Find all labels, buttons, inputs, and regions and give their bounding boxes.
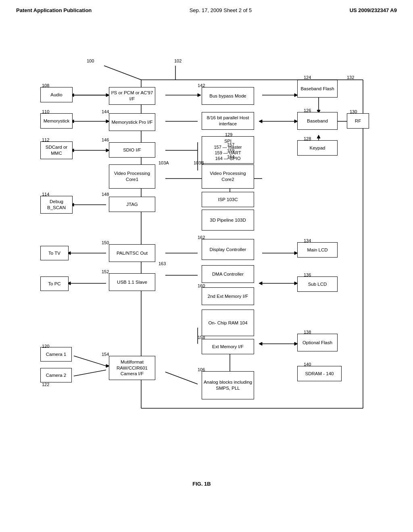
debug-box: Debug B_SCAN — [40, 196, 73, 214]
label-112: 112 — [42, 137, 49, 142]
bus-bypass-box: Bus bypass Mode — [202, 87, 254, 105]
svg-marker-51 — [317, 135, 320, 138]
svg-marker-40 — [259, 282, 262, 285]
label-146: 146 — [102, 137, 109, 142]
label-150: 150 — [102, 240, 109, 245]
svg-marker-29 — [259, 120, 262, 123]
optional-flash-box: Optional Flash — [297, 334, 338, 351]
sdio-box: SDIO I/F — [109, 142, 155, 158]
label-160: 160 — [198, 283, 205, 288]
pipeline3d-box: 3D Pipeline 103D — [202, 210, 254, 231]
topc-box: To PC — [40, 276, 69, 291]
isp-box: ISP 103C — [202, 192, 254, 207]
header-left: Patent Application Publication — [16, 7, 92, 13]
label-120: 120 — [42, 344, 49, 349]
label-158: 158 — [198, 335, 205, 340]
label-134: 134 — [304, 238, 311, 243]
label-103A: 103A — [159, 160, 169, 165]
svg-line-18 — [74, 356, 106, 366]
sdram-box: SDRAM - 140 — [297, 366, 342, 381]
camera1-box: Camera 1 — [40, 347, 72, 362]
svg-line-52 — [165, 372, 198, 384]
label-142: 142 — [198, 83, 205, 88]
sdcard-box: SDCard or MMC — [40, 141, 73, 159]
totv-box: To TV — [40, 246, 69, 260]
label-152: 152 — [102, 269, 109, 274]
label-114: 114 — [42, 192, 49, 197]
audio-box: Audio — [40, 87, 73, 102]
diagram-area: Audio Memorystick SDCard or MMC Debug B_… — [0, 21, 413, 513]
label-126: 126 — [304, 108, 311, 113]
usb-box: USB 1.1 Slave — [109, 273, 155, 291]
label-140: 140 — [304, 362, 311, 367]
label-164: 164 — [227, 154, 234, 159]
label-163: 163 — [159, 261, 166, 266]
ext2-mem-box: 2nd Ext Memory I/F — [202, 287, 254, 305]
keypad-box: Keypad — [297, 140, 338, 156]
analog-box: Analog blocks including SMPS, PLL — [202, 371, 254, 399]
label-148: 148 — [102, 192, 109, 197]
memorystick-box: Memorystick — [40, 113, 73, 129]
label-103B: 103B — [194, 160, 204, 165]
label-108: 108 — [42, 83, 49, 88]
video-core1-box: Video Processing Core1 — [109, 164, 155, 189]
label-102: 102 — [174, 58, 181, 63]
main-lcd-box: Main LCD — [297, 242, 338, 258]
label-132: 132 — [347, 75, 354, 80]
camera2-box: Camera 2 — [40, 368, 72, 382]
jtag-box: JTAG — [109, 197, 155, 212]
i2s-box: I²S or PCM or AC'97 I/F — [109, 87, 155, 105]
label-100: 100 — [87, 58, 94, 63]
svg-marker-22 — [198, 94, 201, 97]
label-154: 154 — [102, 352, 109, 357]
svg-line-20 — [74, 370, 106, 376]
display-controller-box: Display Controller — [202, 239, 254, 260]
dma-box: DMA Controller — [202, 265, 254, 283]
label-159: 159 — [227, 148, 234, 153]
video-core2-box: Video Processing Core2 — [202, 164, 254, 189]
label-124: 124 — [304, 75, 311, 80]
label-106: 106 — [198, 367, 205, 372]
pal-box: PAL/NTSC Out — [109, 244, 155, 262]
fig-label: FIG. 1B — [177, 481, 226, 487]
baseband-box: Baseband — [297, 112, 338, 130]
label-110: 110 — [42, 109, 49, 114]
host-if-box: 8/16 bit parallel Host interface — [202, 112, 254, 130]
label-138: 138 — [304, 330, 311, 335]
label-128: 128 — [304, 136, 311, 141]
header-center: Sep. 17, 2009 Sheet 2 of 5 — [190, 7, 252, 13]
label-136: 136 — [304, 272, 311, 277]
label-144: 144 — [102, 109, 109, 114]
page-header: Patent Application Publication Sep. 17, … — [0, 0, 413, 17]
camera-if-box: Mutilformat RAW/CCIR601 Camera I/F — [109, 356, 155, 380]
label-129: 129 — [225, 132, 232, 137]
header-right: US 2009/232347 A9 — [350, 7, 397, 13]
onchip-ram-box: On- Chip RAM 104 — [202, 310, 254, 336]
label-157: 157 — [227, 142, 234, 147]
label-162: 162 — [198, 235, 205, 240]
svg-line-0 — [104, 66, 141, 80]
label-130: 130 — [350, 109, 357, 114]
label-122: 122 — [42, 382, 49, 387]
ext-mem-box: Ext Memory I/F — [202, 339, 254, 354]
svg-marker-44 — [259, 342, 262, 345]
memstick-if-box: Memorystick Pro I/F — [109, 113, 155, 131]
rf-box: RF — [347, 113, 369, 129]
sub-lcd-box: Sub LCD — [297, 276, 338, 292]
baseband-flash-box: Baseband Flash — [297, 80, 338, 98]
